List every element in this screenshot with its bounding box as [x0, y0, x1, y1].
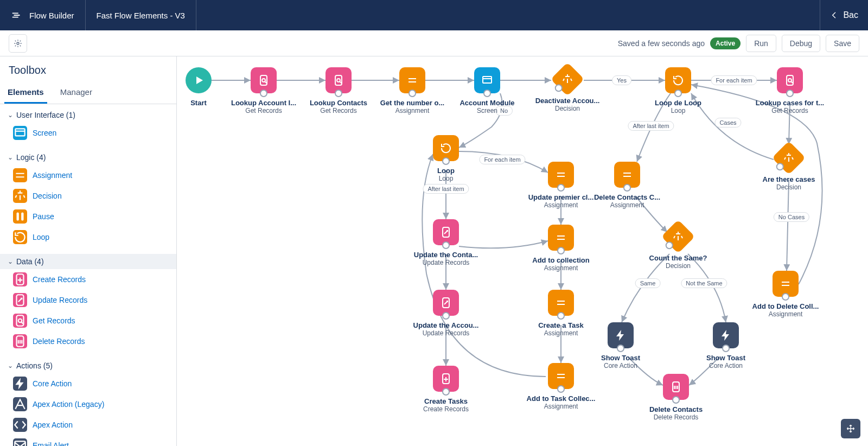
edge-label: Not the Same [681, 278, 727, 288]
node-toast2[interactable]: Show ToastCore Action [688, 322, 764, 369]
node-title: Add to Delete Coll... [748, 302, 824, 310]
category-actions[interactable]: ⌄Actions (5) [0, 358, 176, 373]
palette-item-apex-action[interactable]: Apex Action [0, 415, 176, 435]
node-countSame[interactable]: Count the Same?Decision [640, 225, 716, 270]
palette-item-loop[interactable]: Loop [0, 227, 176, 247]
edge-label: After last item [423, 184, 469, 194]
palette-item-email-alert[interactable]: Email Alert [0, 435, 176, 446]
move-icon [846, 424, 855, 433]
edge-label: Yes [612, 75, 631, 85]
node-title: Lookup Contacts [301, 99, 376, 107]
category-data[interactable]: ⌄Data (4) [0, 254, 176, 269]
node-acctMod[interactable]: Account ModuleScreen [449, 67, 525, 114]
flow-canvas[interactable]: YesFor each itemNoFor each itemAfter las… [177, 56, 868, 446]
toolbox-sidebar: Toolbox Elements Manager ⌄User Interface… [0, 56, 177, 446]
palette-item-core-action[interactable]: Core Action [0, 373, 176, 394]
node-loopdeloop[interactable]: Loop de LoopLoop [640, 67, 716, 114]
svg-rect-10 [260, 75, 267, 85]
palette-item-decision[interactable]: Decision [0, 186, 176, 206]
assign-icon [621, 168, 634, 181]
delete-icon [669, 380, 682, 393]
bolt-icon [13, 377, 27, 391]
palette-item-update-records[interactable]: Update Records [0, 290, 176, 310]
node-addDelColl[interactable]: Add to Delete Coll...Assignment [748, 271, 824, 318]
palette-item-screen[interactable]: Screen [0, 123, 176, 143]
palette-item-pause[interactable]: Pause [0, 206, 176, 227]
tab-elements[interactable]: Elements [4, 83, 47, 104]
pan-fab[interactable] [841, 419, 860, 438]
active-badge: Active [710, 37, 741, 49]
app-name: Flow Builder [29, 11, 74, 20]
palette-item-delete-records[interactable]: Delete Records [0, 331, 176, 352]
category-logic[interactable]: ⌄Logic (4) [0, 150, 176, 165]
chevron-down-icon: ⌄ [8, 258, 13, 265]
node-getNum[interactable]: Get the number o...Assignment [374, 67, 450, 114]
assign-icon [554, 231, 567, 244]
update-icon [439, 296, 452, 309]
node-subtitle: Get Records [771, 107, 808, 114]
node-title: Delete Contacts C... [589, 193, 665, 201]
node-subtitle: Assignment [544, 329, 578, 337]
node-addTaskColl[interactable]: Add to Task Collec...Assignment [523, 363, 599, 410]
node-title: Create Tasks [408, 397, 484, 405]
node-subtitle: Decision [666, 262, 691, 270]
node-title: Update premier cl... [523, 193, 599, 201]
toolbar: Saved a few seconds ago Active Run Debug… [0, 30, 868, 56]
chevron-down-icon: ⌄ [8, 362, 13, 369]
node-areCases[interactable]: Are there casesDecision [751, 146, 827, 191]
node-title: Lookup cases for t... [752, 99, 828, 107]
settings-button[interactable] [9, 34, 27, 53]
node-createTasks[interactable]: Create TasksCreate Records [408, 366, 484, 413]
node-subtitle: Update Records [423, 259, 470, 266]
node-delContacts[interactable]: Delete ContactsDelete Records [638, 374, 714, 421]
update-icon [439, 226, 452, 239]
node-deactivate[interactable]: Deactivate Accou...Decision [529, 67, 605, 112]
node-subtitle: Decision [776, 183, 801, 191]
assign-icon [13, 168, 27, 182]
run-button[interactable]: Run [746, 35, 776, 52]
back-button[interactable]: Bac [820, 0, 868, 30]
category-ui[interactable]: ⌄User Interface (1) [0, 107, 176, 123]
chevron-down-icon: ⌄ [8, 154, 13, 161]
node-subtitle: Delete Records [654, 413, 699, 421]
node-delContC[interactable]: Delete Contacts C...Assignment [589, 162, 665, 209]
get-icon [257, 74, 270, 87]
node-updPremier[interactable]: Update premier cl...Assignment [523, 162, 599, 209]
palette-item-get-records[interactable]: Get Records [0, 310, 176, 331]
assign-icon [554, 168, 567, 181]
app-brand: Flow Builder [0, 0, 86, 30]
node-subtitle: Update Records [423, 329, 470, 337]
update-icon [13, 293, 27, 307]
connectors-layer [177, 56, 868, 446]
node-updContacts[interactable]: Update the Conta...Update Records [408, 219, 484, 266]
node-title: Deactivate Accou... [529, 97, 605, 105]
node-updAccount[interactable]: Update the Accou...Update Records [408, 290, 484, 337]
node-addColl[interactable]: Add to collectionAssignment [523, 225, 599, 272]
node-title: Account Module [449, 99, 525, 107]
edge-label: Same [635, 278, 661, 288]
node-title: Add to collection [523, 256, 599, 264]
node-subtitle: Screen [477, 107, 497, 114]
screen-icon [13, 126, 27, 140]
svg-point-0 [17, 42, 19, 44]
node-subtitle: Core Action [604, 362, 637, 369]
save-button[interactable]: Save [826, 35, 859, 52]
node-subtitle: Assignment [395, 107, 430, 114]
toolbox-title: Toolbox [0, 56, 176, 83]
arrow-left-icon [830, 11, 839, 20]
svg-rect-15 [787, 75, 793, 85]
edge-label: After last item [628, 121, 674, 131]
node-lookupCont[interactable]: Lookup ContactsGet Records [301, 67, 376, 114]
node-lookupAcct[interactable]: Lookup Account I...Get Records [226, 67, 302, 114]
pause-icon [13, 209, 27, 224]
palette-item-create-records[interactable]: Create Records [0, 269, 176, 290]
node-loop[interactable]: LoopLoop [408, 135, 484, 182]
chevron-down-icon: ⌄ [8, 111, 13, 119]
palette-item-apex-action-legacy-[interactable]: Apex Action (Legacy) [0, 394, 176, 415]
node-toast1[interactable]: Show ToastCore Action [583, 322, 659, 369]
debug-button[interactable]: Debug [782, 35, 820, 52]
loop-icon [13, 230, 27, 244]
tab-manager[interactable]: Manager [57, 83, 95, 104]
palette-item-assignment[interactable]: Assignment [0, 165, 176, 186]
node-lookupCases[interactable]: Lookup cases for t...Get Records [752, 67, 828, 114]
